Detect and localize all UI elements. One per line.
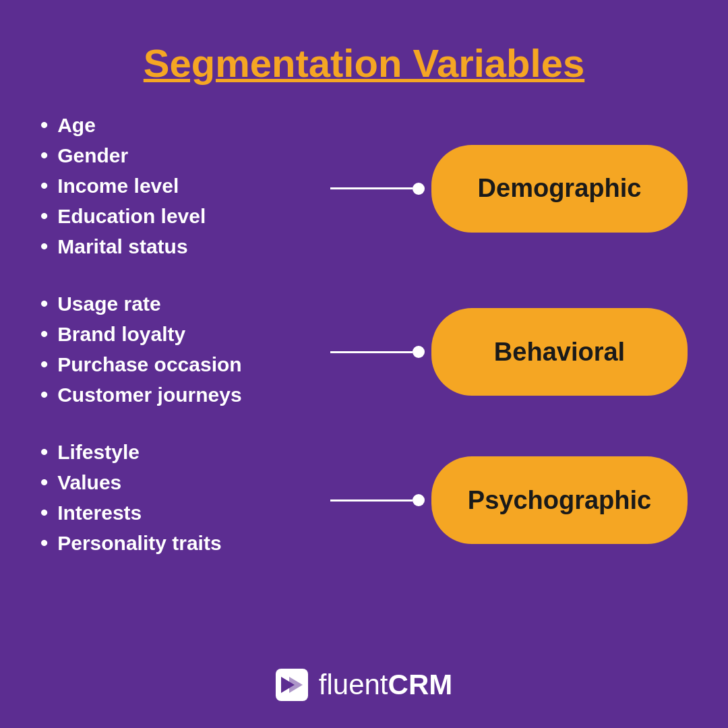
list-item: Gender <box>40 143 324 168</box>
brand-name: fluentCRM <box>319 669 452 701</box>
footer: fluentCRM <box>276 669 452 701</box>
list-item: Values <box>40 470 324 495</box>
row-demographic: AgeGenderIncome levelEducation levelMari… <box>40 113 688 264</box>
list-item: Education level <box>40 204 324 229</box>
list-item: Purchase occasion <box>40 352 324 377</box>
demographic-list: AgeGenderIncome levelEducation levelMari… <box>40 113 324 264</box>
list-item: Income level <box>40 173 324 198</box>
list-item: Interests <box>40 500 324 525</box>
list-item: Brand loyalty <box>40 322 324 346</box>
psychographic-list: LifestyleValuesInterestsPersonality trai… <box>40 439 324 561</box>
list-item: Personality traits <box>40 530 324 555</box>
behavioral-label: Behavioral <box>494 338 625 367</box>
row-psychographic: LifestyleValuesInterestsPersonality trai… <box>40 439 688 561</box>
row-behavioral: Usage rateBrand loyaltyPurchase occasion… <box>40 291 688 413</box>
psychographic-pill: Psychographic <box>431 456 688 544</box>
content-area: AgeGenderIncome levelEducation levelMari… <box>0 113 728 561</box>
list-item: Lifestyle <box>40 439 324 464</box>
fluent-crm-logo-icon <box>276 669 308 701</box>
list-item: Customer journeys <box>40 382 324 407</box>
connector-line <box>330 499 425 502</box>
connector-line <box>330 351 425 353</box>
page-title: Segmentation Variables <box>144 40 584 86</box>
demographic-pill: Demographic <box>431 145 688 233</box>
list-item: Usage rate <box>40 291 324 316</box>
behavioral-pill: Behavioral <box>431 308 688 396</box>
list-item: Age <box>40 113 324 138</box>
connector-line <box>330 187 425 190</box>
list-item: Marital status <box>40 234 324 259</box>
demographic-label: Demographic <box>478 174 642 203</box>
behavioral-list: Usage rateBrand loyaltyPurchase occasion… <box>40 291 324 413</box>
psychographic-label: Psychographic <box>468 486 651 515</box>
